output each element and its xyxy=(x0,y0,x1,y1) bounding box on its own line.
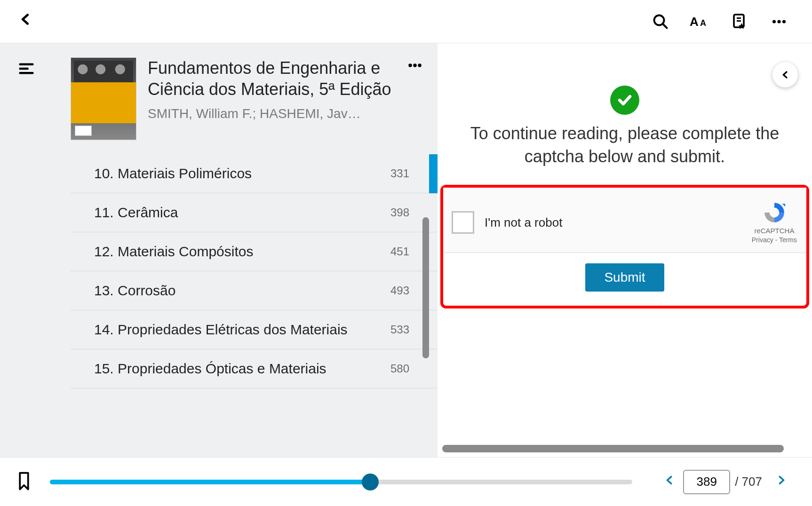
captcha-box: I'm not a robot reCAPTCHA Privacy - Term… xyxy=(440,185,809,308)
progress-slider[interactable] xyxy=(50,480,632,484)
page-number-input[interactable] xyxy=(683,470,730,494)
toc-item-page: 533 xyxy=(390,323,423,336)
progress-fill xyxy=(50,480,370,484)
back-button[interactable] xyxy=(19,10,32,32)
captcha-checkbox[interactable] xyxy=(452,211,474,234)
captcha-checkbox-label: I'm not a robot xyxy=(485,215,752,230)
book-more-icon[interactable] xyxy=(402,57,428,73)
svg-marker-16 xyxy=(782,204,785,206)
toc-item[interactable]: 13. Corrosão493 xyxy=(71,271,438,310)
book-title: Fundamentos de Engenharia e Ciência dos … xyxy=(148,57,402,100)
toc-item-page: 331 xyxy=(390,167,423,180)
next-page-button[interactable] xyxy=(768,473,795,491)
success-check-icon xyxy=(610,86,639,115)
svg-line-1 xyxy=(663,24,667,28)
search-icon[interactable] xyxy=(646,8,675,36)
toc-item[interactable]: 11. Cerâmica398 xyxy=(71,193,438,232)
toc-item[interactable]: 12. Materiais Compósitos451 xyxy=(71,232,438,271)
book-authors: SMITH, William F.; HASHEMI, Jav… xyxy=(148,106,364,121)
svg-point-13 xyxy=(408,63,412,67)
bookmark-icon[interactable] xyxy=(17,472,31,492)
toc-item-page: 580 xyxy=(390,362,423,375)
svg-text:A: A xyxy=(690,15,699,29)
favorite-page-icon[interactable] xyxy=(725,8,754,36)
main-area: Fundamentos de Engenharia e Ciência dos … xyxy=(0,43,812,457)
captcha-message: To continue reading, please complete the… xyxy=(438,122,812,168)
toc-item[interactable]: 14. Propriedades Elétricas dos Materiais… xyxy=(71,310,438,349)
page-total-label: / 707 xyxy=(735,474,762,489)
toc-item-label: 13. Corrosão xyxy=(94,283,390,299)
recaptcha-terms-link[interactable]: Terms xyxy=(779,236,797,244)
toc-item-page: 493 xyxy=(390,284,423,297)
toc-item-label: 14. Propriedades Elétricas dos Materiais xyxy=(94,322,390,338)
table-of-contents: 10. Materiais Poliméricos33111. Cerâmica… xyxy=(71,154,438,388)
svg-point-9 xyxy=(782,20,786,23)
progress-thumb[interactable] xyxy=(362,474,379,490)
content-horizontal-scrollbar[interactable] xyxy=(442,445,784,452)
recaptcha-privacy-link[interactable]: Privacy xyxy=(752,236,773,244)
toc-item-label: 15. Propriedades Ópticas e Materiais xyxy=(94,361,390,377)
svg-text:A: A xyxy=(700,18,706,28)
svg-point-14 xyxy=(413,63,417,67)
bottom-bar: / 707 xyxy=(0,457,812,506)
collapse-sidebar-button[interactable] xyxy=(772,62,798,87)
toc-item-label: 11. Cerâmica xyxy=(94,205,390,221)
svg-point-8 xyxy=(777,20,780,23)
more-menu-icon[interactable] xyxy=(765,8,793,36)
toc-item-page: 451 xyxy=(390,245,423,258)
submit-button[interactable]: Submit xyxy=(585,263,664,292)
sidebar: Fundamentos de Engenharia e Ciência dos … xyxy=(0,43,438,457)
content-pane: To continue reading, please complete the… xyxy=(438,43,812,457)
toc-item-label: 10. Materiais Poliméricos xyxy=(94,166,390,182)
book-cover[interactable] xyxy=(71,57,136,140)
book-header: Fundamentos de Engenharia e Ciência dos … xyxy=(19,43,438,150)
recaptcha-logo: reCAPTCHA Privacy - Terms xyxy=(752,201,797,244)
font-size-icon[interactable]: AA xyxy=(686,8,714,36)
top-bar: AA xyxy=(0,0,812,43)
toc-item-label: 12. Materiais Compósitos xyxy=(94,244,390,260)
menu-icon[interactable] xyxy=(19,62,34,77)
prev-page-button[interactable] xyxy=(656,473,683,491)
toc-item[interactable]: 15. Propriedades Ópticas e Materiais580 xyxy=(71,349,438,388)
svg-point-7 xyxy=(772,20,776,23)
recaptcha-brand: reCAPTCHA xyxy=(752,226,797,236)
toc-item-page: 398 xyxy=(390,206,423,219)
svg-point-15 xyxy=(418,63,422,67)
toc-item[interactable]: 10. Materiais Poliméricos331 xyxy=(71,154,438,193)
toc-scrollbar[interactable] xyxy=(422,217,429,358)
